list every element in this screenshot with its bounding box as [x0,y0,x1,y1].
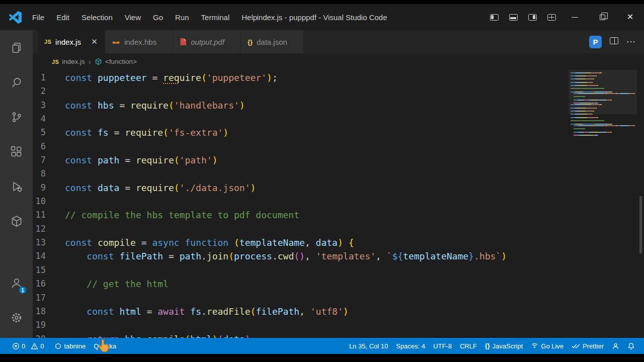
code-line: 14 const filePath = path.join(process.cw… [33,249,569,263]
window-controls: ✕ [485,4,644,30]
preview-button[interactable]: P [589,36,602,48]
code-line: 2 [33,84,569,98]
minimize-button[interactable] [561,4,589,30]
search-icon [10,76,23,89]
code-token: data [98,181,125,195]
scrollbar-thumb[interactable] [639,196,642,253]
activity-item-search[interactable] [0,65,33,100]
statusbar-cursor-position[interactable]: Ln 35, Col 10 [345,338,392,354]
statusbar-count: 0 [22,342,25,350]
minimap[interactable] [571,72,635,136]
tab-bar: JSindex.js✕index.hbsoutput.pdf{}data.jso… [33,30,644,53]
workbench: 1 JSindex.js✕index.hbsoutput.pdf{}data.j… [0,30,644,338]
statusbar-quokka[interactable]: Quokka [90,338,120,354]
code-token: . [141,332,147,338]
code-token: ( [174,181,180,195]
code-token: // compile the hbs template to pdf docum… [65,208,299,222]
braces-icon: {} [485,342,490,349]
layout-sidebar-left-button[interactable] [485,4,504,30]
split-editor-button[interactable] [610,37,618,46]
breadcrumb-label: index.js [62,58,85,65]
tab-label: output.pdf [191,38,224,46]
code-line: 17 [33,291,569,305]
line-number: 1 [33,71,65,84]
more-actions-button[interactable]: ⋯ [626,36,636,47]
code-token: cwd [278,249,294,263]
statusbar-encoding[interactable]: UTF-8 [429,338,456,354]
tab-output.pdf[interactable]: output.pdf [173,30,241,53]
statusbar-feedback[interactable] [608,338,623,354]
menu-run[interactable]: Run [170,11,195,24]
activity-item-package[interactable] [0,204,33,238]
code-token: return [87,332,125,338]
activity-item-source-control[interactable] [0,100,33,134]
code-token: = [114,126,125,139]
breadcrumb-item[interactable]: <function> [95,58,137,65]
activity-item-run-and-debug[interactable] [0,169,33,204]
tab-close-button[interactable]: ✕ [89,37,100,47]
code-editor[interactable]: 1const puppeteer = require('puppeteer');… [33,70,644,338]
activity-item-explorer[interactable] [0,30,33,65]
status-bar: 00tabnineQuokka Ln 35, Col 10Spaces: 4UT… [0,338,644,354]
package-icon [10,215,23,228]
code-token: const [65,153,98,167]
statusbar-indentation[interactable]: Spaces: 4 [392,338,429,354]
activity-item-accounts[interactable]: 1 [0,265,33,300]
restore-button[interactable] [589,4,616,30]
titlebar: FileEditSelectionViewGoRunTerminalHelp i… [0,4,644,30]
code-token: ) [338,236,349,249]
code-token: uire [180,71,201,84]
code-token: . [272,249,278,263]
layout-customize-button[interactable] [542,4,561,30]
menu-go[interactable]: Go [147,11,169,24]
code-line: 11// compile the hbs template to pdf doc… [33,208,569,222]
code-token: fs [98,126,114,139]
statusbar-count: 0 [40,342,44,350]
code-token: ( [201,71,207,84]
code-token: compile [98,236,141,249]
code-token: async [152,236,185,249]
line-number: 7 [33,153,65,167]
layout-panel-button[interactable] [504,4,523,30]
window-title: index.js - pupppdf - Visual Studio Code [257,13,387,22]
activity-item-extensions[interactable] [0,134,33,169]
activity-item-settings[interactable] [0,300,33,335]
tab-data.json[interactable]: {}data.json [241,30,304,53]
menu-terminal[interactable]: Terminal [196,11,235,24]
statusbar-label: CRLF [460,342,477,350]
close-button[interactable]: ✕ [616,4,644,30]
code-content: 1const puppeteer = require('puppeteer');… [33,71,569,338]
code-token: () [294,249,305,263]
menu-edit[interactable]: Edit [51,11,75,24]
code-token: ; [272,71,278,84]
breadcrumb-label: <function> [105,58,137,65]
line-number: 4 [33,112,65,126]
statusbar-prettier[interactable]: Prettier [568,338,608,354]
tab-label: index.js [55,38,81,46]
tab-index.hbs[interactable]: index.hbs [105,30,173,53]
code-token: ( [185,332,190,338]
code-line: 7const path = require('path') [33,153,569,167]
statusbar-eol[interactable]: CRLF [456,338,481,354]
statusbar-tabnine[interactable]: tabnine [51,338,90,354]
code-token: // get the html [87,277,169,291]
statusbar-language-mode[interactable]: {}JavaScript [481,338,527,354]
breadcrumb-item[interactable]: JSindex.js [52,58,85,65]
layout-sidebar-right-button[interactable] [523,4,542,30]
code-token: templateName [239,236,305,249]
tab-index.js[interactable]: JSindex.js✕ [38,30,105,53]
statusbar-problems[interactable]: 00 [8,338,51,354]
menu-file[interactable]: File [27,11,50,24]
code-token: ( [217,332,223,338]
code-token: ( [169,99,174,112]
breadcrumb-separator-icon: › [89,57,91,66]
menu-view[interactable]: View [119,11,146,24]
line-number: 13 [33,236,65,249]
code-token: join [207,249,228,263]
code-line: 13const compile = async function (templa… [33,236,569,249]
code-token: const [87,249,119,263]
statusbar-go-live[interactable]: Go Live [527,338,568,354]
menu-selection[interactable]: Selection [76,11,118,24]
pdf-file-icon [180,38,187,46]
statusbar-notifications[interactable] [623,338,639,354]
